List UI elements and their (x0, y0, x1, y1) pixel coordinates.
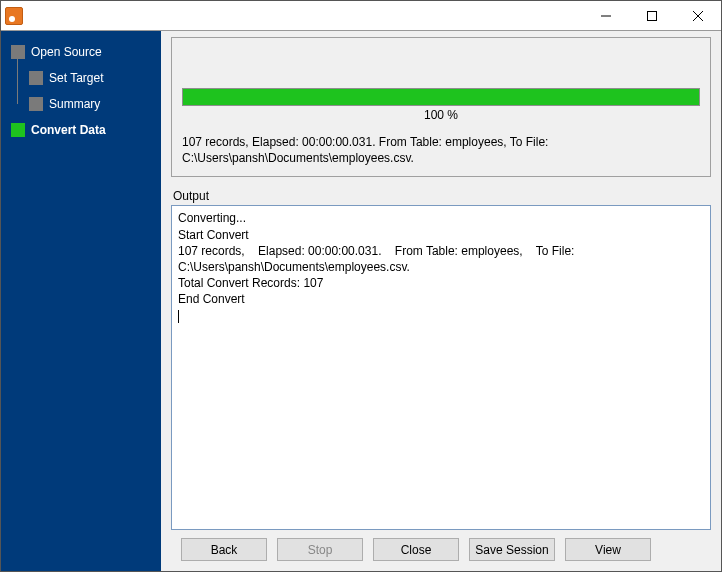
close-window-button[interactable] (675, 1, 721, 30)
save-session-button[interactable]: Save Session (469, 538, 555, 561)
step-box-icon (29, 71, 43, 85)
step-box-icon (29, 97, 43, 111)
step-convert-data[interactable]: Convert Data (1, 117, 161, 143)
progress-fill (183, 89, 699, 105)
content-panel: 100 % 107 records, Elapsed: 00:00:00.031… (161, 31, 721, 571)
step-label: Summary (49, 97, 100, 111)
step-label: Convert Data (31, 123, 106, 137)
step-open-source[interactable]: Open Source (1, 39, 161, 65)
minimize-button[interactable] (583, 1, 629, 30)
output-textarea[interactable]: Converting... Start Convert 107 records,… (171, 205, 711, 530)
text-caret (178, 310, 179, 323)
step-label: Open Source (31, 45, 102, 59)
output-label: Output (173, 189, 711, 203)
step-box-icon (11, 45, 25, 59)
titlebar (1, 1, 721, 31)
step-set-target[interactable]: Set Target (1, 65, 161, 91)
progress-percent: 100 % (182, 108, 700, 122)
step-label: Set Target (49, 71, 103, 85)
window-controls (583, 1, 721, 30)
output-content: Converting... Start Convert 107 records,… (178, 211, 578, 306)
progress-bar (182, 88, 700, 106)
wizard-sidebar: Open Source Set Target Summary Convert D… (1, 31, 161, 571)
step-box-icon (11, 123, 25, 137)
app-icon (5, 7, 23, 25)
svg-rect-1 (648, 11, 657, 20)
button-row: Back Stop Close Save Session View (171, 530, 711, 565)
close-button[interactable]: Close (373, 538, 459, 561)
step-summary[interactable]: Summary (1, 91, 161, 117)
view-button[interactable]: View (565, 538, 651, 561)
maximize-button[interactable] (629, 1, 675, 30)
progress-panel: 100 % 107 records, Elapsed: 00:00:00.031… (171, 37, 711, 177)
summary-text: 107 records, Elapsed: 00:00:00.031. From… (182, 134, 700, 166)
back-button[interactable]: Back (181, 538, 267, 561)
stop-button[interactable]: Stop (277, 538, 363, 561)
